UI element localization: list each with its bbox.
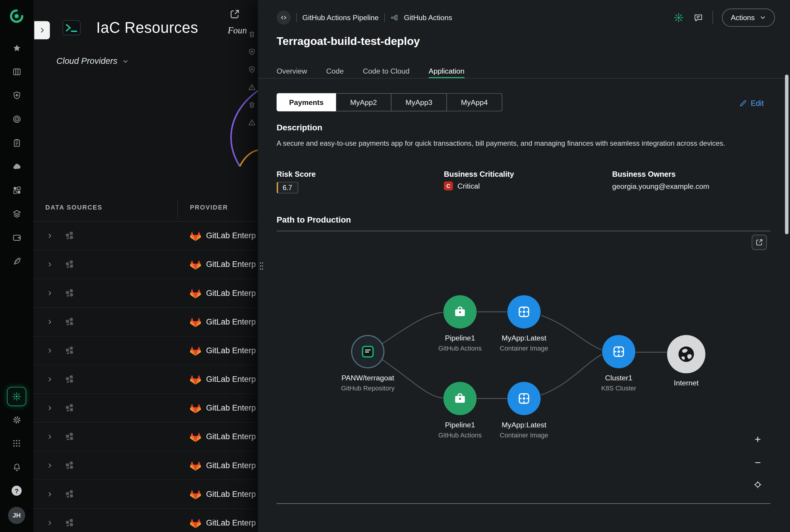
row-expand-chevron[interactable] <box>46 318 54 325</box>
provider-name: GitLab Enterp <box>206 231 256 240</box>
tab-application[interactable]: Application <box>429 66 465 76</box>
cloud-providers-filter[interactable]: Cloud Providers <box>56 56 129 66</box>
alert-triangle-icon[interactable] <box>248 83 256 91</box>
breadcrumb-source[interactable]: GitHub Actions <box>404 14 452 22</box>
quill-icon <box>12 256 21 266</box>
zoom-out-button[interactable]: − <box>751 455 765 470</box>
k8s-cluster-icon <box>612 345 626 359</box>
nav-wallet[interactable] <box>6 228 26 247</box>
nav-attack-surface[interactable] <box>6 109 26 129</box>
alert-triangle-icon[interactable] <box>248 118 256 127</box>
provider-name: GitLab Enterp <box>206 490 256 499</box>
app-tab-payments[interactable]: Payments <box>277 93 336 111</box>
nav-vulnerabilities[interactable] <box>6 86 26 105</box>
row-expand-chevron[interactable] <box>46 347 54 354</box>
recenter-button[interactable] <box>751 478 765 492</box>
node-name: MyApp:Latest <box>502 333 546 344</box>
provider-name: GitLab Enterp <box>206 375 256 384</box>
graph-node-internet[interactable]: Internet <box>646 335 727 389</box>
row-expand-chevron[interactable] <box>46 462 54 469</box>
shield-bug-icon <box>12 91 21 100</box>
pipeline-icon <box>453 391 467 405</box>
nav-modules[interactable] <box>6 180 26 200</box>
app-switcher-button[interactable] <box>6 434 26 453</box>
module-stack-icon <box>64 402 75 414</box>
node-type: GitHub Actions <box>438 344 482 353</box>
zoom-in-button[interactable]: + <box>751 432 765 446</box>
help-button[interactable]: ? <box>6 481 26 500</box>
nav-dashboards[interactable] <box>6 62 26 81</box>
app-root: ? JH IaC Resources Foun Cloud Providers <box>0 0 790 532</box>
row-expand-chevron[interactable] <box>46 232 54 240</box>
shield-icon[interactable] <box>248 65 256 74</box>
criticality-badge: C <box>444 182 453 191</box>
open-in-new-button[interactable] <box>229 7 243 21</box>
row-expand-chevron[interactable] <box>46 290 54 297</box>
graph-node-image-bottom[interactable]: MyApp:Latest Container Image <box>484 382 564 440</box>
provider-name: GitLab Enterp <box>206 432 256 441</box>
row-expand-chevron[interactable] <box>46 519 54 526</box>
radar-icon <box>12 391 22 401</box>
chevron-down-icon <box>122 58 129 65</box>
user-avatar[interactable]: JH <box>8 507 25 524</box>
scrollbar-thumb[interactable] <box>785 75 789 234</box>
business-owners-value: georgia.young@example.com <box>612 182 709 190</box>
trash-icon[interactable] <box>248 101 256 109</box>
tab-code[interactable]: Code <box>326 66 343 76</box>
code-button[interactable] <box>277 11 291 25</box>
row-expand-chevron[interactable] <box>46 376 54 383</box>
business-criticality-label: Business Criticality <box>444 170 514 178</box>
shield-icon[interactable] <box>248 48 256 56</box>
nav-cloud[interactable] <box>6 157 26 176</box>
edit-button[interactable]: Edit <box>739 99 764 107</box>
board-icon <box>12 67 21 76</box>
module-stack-icon <box>64 374 75 385</box>
app-tab-myapp2[interactable]: MyApp2 <box>336 93 392 111</box>
nav-favorites[interactable] <box>6 38 26 58</box>
clipboard-icon <box>12 138 21 147</box>
provider-name: GitLab Enterp <box>206 318 256 327</box>
actions-button[interactable]: Actions <box>722 8 775 26</box>
nav-authoring[interactable] <box>6 251 26 271</box>
workflow-icon <box>390 14 398 22</box>
app-tab-myapp4[interactable]: MyApp4 <box>447 93 502 111</box>
risk-score-badge: 6.7 <box>277 182 298 193</box>
row-expand-chevron[interactable] <box>46 491 54 498</box>
chevron-right-icon <box>38 26 46 34</box>
column-data-sources: DATA SOURCES <box>45 204 102 211</box>
prisma-cloud-logo[interactable] <box>8 7 26 25</box>
tab-code-to-cloud[interactable]: Code to Cloud <box>363 66 410 76</box>
trash-icon[interactable] <box>248 30 256 38</box>
background-graph-toolbar <box>248 30 256 127</box>
breadcrumb-pipeline[interactable]: GitHub Actions Pipeline <box>302 14 378 22</box>
target-icon <box>12 114 21 124</box>
node-type: GitHub Actions <box>438 430 482 440</box>
row-expand-chevron[interactable] <box>46 261 54 268</box>
detail-tabs: Overview Code Code to Cloud Application <box>277 66 465 76</box>
module-stack-icon <box>64 288 75 299</box>
nav-compliance[interactable] <box>6 133 26 152</box>
tabs-divider <box>258 78 790 79</box>
settings-button[interactable] <box>6 410 26 430</box>
graph-node-repository[interactable]: PANW/terragoat GitHub Repository <box>327 335 408 393</box>
sidebar-expand-button[interactable] <box>34 21 50 39</box>
node-name: PANW/terragoat <box>341 373 394 383</box>
node-type: Container Image <box>500 344 548 353</box>
comments-button[interactable] <box>694 13 704 23</box>
nav-active-scan-module[interactable] <box>7 387 26 406</box>
risk-score-block: Risk Score 6.7 <box>277 170 316 193</box>
node-name: Cluster1 <box>605 373 633 383</box>
module-stack-icon <box>64 230 75 242</box>
column-provider: PROVIDER <box>190 204 228 211</box>
app-tab-myapp3[interactable]: MyApp3 <box>392 93 447 111</box>
clipped-heading-text: Foun <box>228 25 247 36</box>
tab-overview[interactable]: Overview <box>277 66 307 76</box>
global-nav-rail: ? JH <box>0 0 33 532</box>
graph-node-image-top[interactable]: MyApp:Latest Container Image <box>484 295 564 353</box>
nav-layers[interactable] <box>6 204 26 223</box>
node-type: K8S Cluster <box>601 383 636 393</box>
notifications-button[interactable] <box>6 457 26 477</box>
scan-status-button[interactable] <box>673 12 684 23</box>
row-expand-chevron[interactable] <box>46 433 54 440</box>
row-expand-chevron[interactable] <box>46 405 54 412</box>
